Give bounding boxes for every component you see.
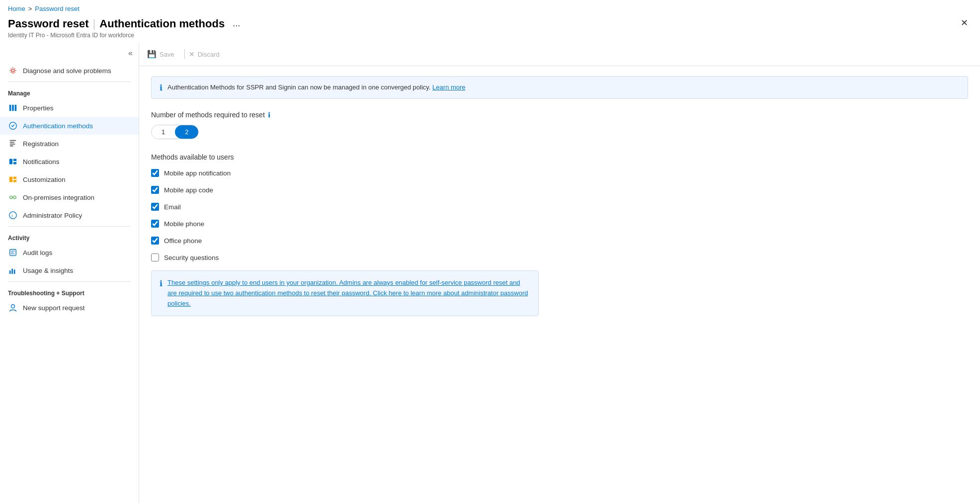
sidebar-collapse-button[interactable]: « — [128, 49, 133, 58]
svg-rect-2 — [12, 105, 14, 111]
customization-label: Customization — [23, 176, 66, 183]
method-email: Email — [151, 203, 968, 211]
audit-logs-icon — [8, 248, 18, 257]
close-button[interactable]: ✕ — [957, 16, 972, 29]
mobile-phone-checkbox[interactable] — [151, 220, 159, 228]
sidebar-divider-support — [8, 281, 131, 282]
email-checkbox[interactable] — [151, 203, 159, 211]
notifications-label: Notifications — [23, 158, 60, 166]
administrator-policy-label: Administrator Policy — [23, 212, 82, 219]
sidebar-item-registration[interactable]: Registration — [0, 135, 139, 153]
sidebar-item-on-premises-integration[interactable]: On-premises integration — [0, 188, 139, 206]
svg-rect-3 — [15, 105, 17, 111]
mobile-phone-label[interactable]: Mobile phone — [164, 220, 204, 228]
svg-point-16 — [13, 196, 16, 198]
info-banner-icon: ℹ — [160, 83, 163, 92]
info-banner: ℹ Authentication Methods for SSPR and Si… — [151, 76, 968, 99]
mobile-app-code-checkbox[interactable] — [151, 186, 159, 194]
svg-rect-22 — [14, 269, 15, 274]
sidebar-item-notifications[interactable]: Notifications — [0, 153, 139, 170]
properties-label: Properties — [23, 104, 54, 112]
breadcrumb-home[interactable]: Home — [8, 5, 25, 12]
methods-section-label: Methods available to users — [151, 153, 968, 161]
breadcrumb-current: Password reset — [35, 5, 80, 12]
sidebar-item-new-support-request[interactable]: New support request — [0, 299, 139, 317]
mobile-app-notification-checkbox[interactable] — [151, 169, 159, 177]
sidebar-activity-section: Activity — [0, 229, 139, 244]
new-support-request-icon — [8, 303, 18, 313]
method-security-questions: Security questions — [151, 253, 968, 261]
svg-point-15 — [10, 196, 12, 198]
sidebar-item-properties[interactable]: Properties — [0, 99, 139, 117]
main-layout: « Diagnose and solve problems Manage — [0, 43, 980, 503]
page-subtitle: Identity IT Pro - Microsoft Entra ID for… — [8, 32, 244, 39]
page-header: Password reset | Authentication methods … — [0, 14, 980, 43]
usage-insights-icon — [8, 265, 18, 275]
mobile-app-code-label[interactable]: Mobile app code — [164, 186, 213, 194]
sidebar-item-audit-logs[interactable]: Audit logs — [0, 244, 139, 261]
toolbar: 💾 Save ✕ Discard — [139, 43, 980, 66]
svg-rect-1 — [9, 105, 11, 111]
svg-rect-12 — [9, 177, 12, 182]
svg-rect-8 — [10, 146, 13, 147]
number-of-methods-label: Number of methods required to reset ℹ — [151, 111, 968, 119]
sidebar-divider-activity — [8, 226, 131, 227]
authentication-methods-label: Authentication methods — [23, 122, 93, 130]
toggle-option-2[interactable]: 2 — [175, 125, 198, 139]
svg-rect-9 — [9, 159, 12, 165]
registration-icon — [8, 139, 18, 149]
bottom-info-banner-icon: ℹ — [160, 279, 163, 288]
svg-rect-13 — [13, 177, 16, 179]
breadcrumb: Home > Password reset — [0, 0, 980, 14]
sidebar: « Diagnose and solve problems Manage — [0, 43, 139, 503]
sidebar-item-diagnose[interactable]: Diagnose and solve problems — [0, 62, 139, 80]
info-banner-main-text: Authentication Methods for SSPR and Sign… — [167, 84, 430, 91]
sidebar-item-authentication-methods[interactable]: Authentication methods — [0, 117, 139, 135]
bottom-info-banner-link[interactable]: These settings only apply to end users i… — [167, 279, 528, 307]
diagnose-icon — [8, 66, 18, 76]
office-phone-checkbox[interactable] — [151, 237, 159, 245]
save-button[interactable]: 💾 Save — [147, 48, 180, 61]
svg-point-24 — [11, 305, 14, 308]
svg-rect-11 — [13, 162, 16, 165]
diagnose-label: Diagnose and solve problems — [23, 67, 111, 75]
properties-icon — [8, 103, 18, 113]
discard-button[interactable]: ✕ Discard — [189, 48, 226, 60]
sidebar-troubleshooting-section: Troubleshooting + Support — [0, 284, 139, 299]
on-premises-label: On-premises integration — [23, 194, 94, 201]
office-phone-label[interactable]: Office phone — [164, 237, 202, 245]
svg-rect-14 — [13, 180, 16, 182]
discard-icon: ✕ — [189, 50, 195, 58]
page-header-left: Password reset | Authentication methods … — [8, 16, 244, 39]
security-questions-checkbox[interactable] — [151, 253, 159, 261]
sidebar-divider-top — [8, 82, 131, 82]
save-label: Save — [160, 51, 174, 58]
email-label[interactable]: Email — [164, 203, 181, 211]
svg-rect-5 — [10, 140, 16, 141]
number-of-methods-text: Number of methods required to reset — [151, 111, 265, 119]
svg-rect-7 — [10, 144, 15, 145]
bottom-info-banner: ℹ These settings only apply to end users… — [151, 270, 539, 316]
method-office-phone: Office phone — [151, 237, 968, 245]
sidebar-item-administrator-policy[interactable]: i Administrator Policy — [0, 206, 139, 224]
notifications-icon — [8, 157, 18, 167]
mobile-app-notification-label[interactable]: Mobile app notification — [164, 169, 231, 177]
new-support-request-label: New support request — [23, 304, 85, 312]
page-title: Password reset | Authentication methods … — [8, 16, 244, 31]
info-banner-text: Authentication Methods for SSPR and Sign… — [167, 83, 466, 92]
svg-point-0 — [11, 69, 14, 72]
method-mobile-app-code: Mobile app code — [151, 186, 968, 194]
breadcrumb-separator: > — [28, 5, 32, 12]
svg-point-17 — [9, 212, 16, 219]
sidebar-item-usage-insights[interactable]: Usage & insights — [0, 261, 139, 279]
content-area: ℹ Authentication Methods for SSPR and Si… — [139, 66, 980, 503]
on-premises-icon — [8, 192, 18, 202]
sidebar-item-customization[interactable]: Customization — [0, 170, 139, 188]
info-banner-link[interactable]: Learn more — [432, 84, 465, 91]
more-options-button[interactable]: ... — [229, 16, 244, 31]
methods-count-toggle[interactable]: 1 2 — [151, 125, 199, 139]
security-questions-label[interactable]: Security questions — [164, 254, 219, 261]
svg-rect-10 — [13, 159, 16, 162]
toggle-option-1[interactable]: 1 — [152, 125, 175, 139]
number-of-methods-info-icon[interactable]: ℹ — [268, 111, 270, 119]
